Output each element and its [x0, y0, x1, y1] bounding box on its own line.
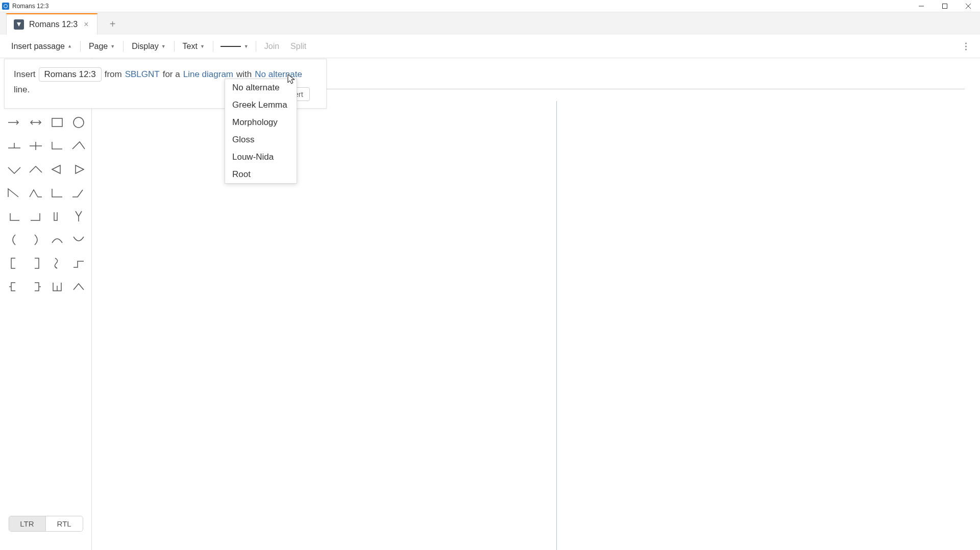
- shape-rectangle[interactable]: [47, 112, 67, 133]
- direction-toggle: LTR RTL: [8, 516, 83, 532]
- dropdown-item-morphology[interactable]: Morphology: [225, 114, 297, 131]
- divider: [174, 41, 175, 52]
- maximize-button[interactable]: [933, 0, 957, 12]
- shape-triangle-left[interactable]: [47, 159, 67, 180]
- tab-label: Romans 12:3: [29, 20, 78, 29]
- caret-down-icon: ▼: [161, 44, 166, 49]
- display-dropdown[interactable]: Display ▼: [127, 39, 170, 54]
- shape-step-up[interactable]: [68, 253, 89, 273]
- split-button: Split: [285, 39, 311, 54]
- shape-palette: LTR RTL: [0, 58, 92, 550]
- word-line: line.: [14, 85, 30, 95]
- shape-diag-up[interactable]: [68, 183, 89, 203]
- shape-bracket-left-thin[interactable]: [4, 277, 24, 297]
- shape-angle-down[interactable]: [4, 159, 24, 180]
- shape-chevron-up[interactable]: [68, 277, 89, 297]
- page-label: Page: [89, 42, 108, 51]
- shape-u-open[interactable]: [47, 277, 67, 297]
- source-link[interactable]: SBLGNT: [125, 69, 160, 80]
- minimize-button[interactable]: [910, 0, 933, 12]
- line-style-dropdown[interactable]: ▼: [216, 41, 253, 52]
- diagram-type-link[interactable]: Line diagram: [183, 69, 233, 80]
- svg-rect-1: [943, 4, 947, 9]
- divider: [80, 41, 81, 52]
- svg-point-7: [74, 117, 84, 128]
- word-from: from: [105, 69, 122, 80]
- shape-cross[interactable]: [26, 136, 46, 156]
- shape-y-split[interactable]: [68, 206, 89, 227]
- insert-passage-dropdown[interactable]: Insert passage ▼: [6, 39, 77, 54]
- shape-bracket-right-sq[interactable]: [26, 253, 46, 273]
- title-bar: Romans 12:3: [0, 0, 980, 12]
- shape-angle-up[interactable]: [26, 159, 46, 180]
- shape-angled-line[interactable]: [68, 136, 89, 156]
- canvas-horizontal-line: [327, 89, 965, 89]
- shape-arc-up[interactable]: [47, 230, 67, 250]
- rtl-button[interactable]: RTL: [46, 516, 83, 531]
- shape-line-vert-overlap[interactable]: [4, 136, 24, 156]
- canvas-vertical-guideline: [556, 101, 557, 550]
- shape-corner-down-right[interactable]: [47, 136, 67, 156]
- divider: [123, 41, 124, 52]
- tab-romans[interactable]: Romans 12:3 ×: [6, 13, 97, 35]
- toolbar: Insert passage ▼ Page ▼ Display ▼ Text ▼…: [0, 35, 980, 58]
- dot-icon: [965, 48, 967, 50]
- dot-icon: [965, 42, 967, 44]
- join-button: Join: [259, 39, 284, 54]
- shape-angle-right[interactable]: [4, 183, 24, 203]
- shape-l-shape-flip[interactable]: [26, 206, 46, 227]
- close-button[interactable]: [957, 0, 980, 12]
- main-content: LTR RTL: [0, 58, 980, 550]
- alternate-link[interactable]: No alternate: [255, 69, 302, 80]
- shape-bracket-left-sq[interactable]: [4, 253, 24, 273]
- shape-arrow-double[interactable]: [26, 112, 46, 133]
- divider: [256, 41, 256, 52]
- shape-bracket-right-thin[interactable]: [26, 277, 46, 297]
- dropdown-item-no-alternate[interactable]: No alternate: [225, 79, 297, 96]
- alternate-dropdown-menu: No alternate Greek Lemma Morphology Glos…: [225, 79, 297, 184]
- dot-icon: [965, 45, 967, 47]
- shape-paren-right[interactable]: [26, 230, 46, 250]
- dropdown-item-greek-lemma[interactable]: Greek Lemma: [225, 96, 297, 114]
- tab-bar: Romans 12:3 × +: [0, 12, 980, 35]
- svg-line-16: [76, 211, 79, 216]
- svg-line-17: [79, 211, 82, 216]
- svg-rect-6: [52, 118, 62, 127]
- text-label: Text: [183, 42, 198, 51]
- svg-marker-12: [52, 165, 60, 173]
- line-preview-icon: [220, 46, 241, 47]
- shape-arc-down[interactable]: [68, 230, 89, 250]
- window-controls: [910, 0, 980, 12]
- caret-up-icon: ▼: [67, 44, 72, 49]
- display-label: Display: [132, 42, 158, 51]
- dropdown-item-root[interactable]: Root: [225, 166, 297, 183]
- text-dropdown[interactable]: Text ▼: [178, 39, 210, 54]
- caret-down-icon: ▼: [244, 44, 249, 49]
- shape-squiggle[interactable]: [47, 253, 67, 273]
- window-title: Romans 12:3: [12, 3, 48, 10]
- app-icon: [2, 3, 9, 10]
- dropdown-item-gloss[interactable]: Gloss: [225, 131, 297, 148]
- shape-paren-left[interactable]: [4, 230, 24, 250]
- dropdown-item-louw-nida[interactable]: Louw-Nida: [225, 148, 297, 166]
- page-dropdown[interactable]: Page ▼: [84, 39, 120, 54]
- svg-marker-13: [76, 165, 84, 173]
- tab-close-icon[interactable]: ×: [83, 20, 89, 29]
- word-for-a: for a: [163, 69, 180, 80]
- insert-passage-label: Insert passage: [11, 42, 65, 51]
- join-label: Join: [264, 42, 279, 51]
- split-label: Split: [290, 42, 306, 51]
- word-insert: Insert: [14, 69, 36, 80]
- shape-triangle-right[interactable]: [68, 159, 89, 180]
- more-options-button[interactable]: [962, 39, 970, 53]
- word-with: with: [236, 69, 252, 80]
- ltr-button[interactable]: LTR: [9, 516, 45, 531]
- shape-bracket-down[interactable]: [47, 206, 67, 227]
- shape-circle[interactable]: [68, 112, 89, 133]
- add-tab-button[interactable]: +: [103, 13, 123, 35]
- shape-double-angle[interactable]: [26, 183, 46, 203]
- shape-arrow-right[interactable]: [4, 112, 24, 133]
- shape-corner-down[interactable]: [47, 183, 67, 203]
- passage-input[interactable]: Romans 12:3: [39, 67, 102, 82]
- shape-l-shape[interactable]: [4, 206, 24, 227]
